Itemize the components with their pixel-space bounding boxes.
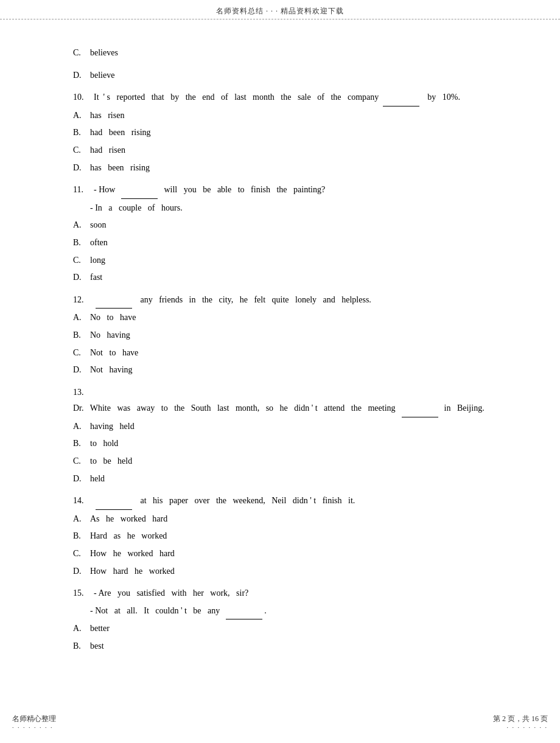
opt-text: How hard he worked: [90, 563, 175, 580]
opt-text: held: [90, 471, 105, 487]
footer-right-label: 第 2 页，共 16 页: [493, 714, 548, 724]
q-text: - How will you be able to finish the pai…: [94, 182, 325, 199]
opt-letter: A.: [73, 621, 90, 637]
question-num: 15.: [73, 585, 90, 602]
main-content: C. believes D. believe 10. It ' s report…: [0, 19, 560, 697]
opt-text: often: [90, 235, 108, 251]
opt-text: better: [90, 621, 110, 637]
opt-text: believes: [90, 45, 118, 61]
page-header: 名师资料总结 · · · 精品资料欢迎下载: [0, 0, 560, 19]
q-text: any friends in the city, he felt quite l…: [94, 292, 371, 309]
blank: [121, 182, 158, 199]
q-text: at his paper over the weekend, Neil didn…: [94, 493, 355, 510]
option-c-believes: C. believes: [73, 45, 487, 61]
opt-text: has been rising: [90, 160, 150, 176]
opt-text: No to have: [90, 310, 136, 326]
opt-text: soon: [90, 217, 106, 234]
option-d-believe: D. believe: [73, 68, 487, 84]
question-num: 11.: [73, 182, 90, 198]
footer-left-dots: · · · · · · · ·: [12, 724, 56, 731]
opt-letter: D.: [73, 471, 90, 487]
blank: [226, 603, 262, 620]
blank: [402, 400, 438, 417]
blank: [96, 292, 132, 309]
opt-letter: A.: [73, 217, 90, 234]
question-11: 11. - How will you be able to finish the…: [73, 182, 487, 286]
opt-letter: B.: [73, 327, 90, 344]
opt-letter: C.: [73, 45, 90, 61]
opt-letter: B.: [73, 528, 90, 545]
opt-letter: A.: [73, 310, 90, 326]
opt-letter: C.: [73, 142, 90, 159]
question-13: 13. Dr. White was away to the South last…: [73, 385, 487, 487]
blank: [383, 89, 419, 106]
opt-letter: B.: [73, 638, 90, 655]
opt-text: fast: [90, 270, 102, 286]
opt-letter: A.: [73, 419, 90, 435]
opt-letter: C.: [73, 253, 90, 269]
header-text: 名师资料总结 · · · 精品资料欢迎下载: [216, 7, 344, 15]
opt-letter: B.: [73, 125, 90, 141]
question-15: 15. - Are you satisfied with her work, s…: [73, 585, 487, 654]
opt-text: How he worked hard: [90, 546, 175, 562]
page-footer: 名师精心整理 · · · · · · · · 第 2 页，共 16 页 · · …: [0, 714, 560, 731]
question-10: 10. It ' s reported that by the end of l…: [73, 89, 487, 176]
q-text: - Are you satisfied with her work, sir?: [94, 585, 248, 602]
opt-letter: C.: [73, 546, 90, 562]
q-sub-text: - Not at all. It couldn ' t be any .: [90, 603, 267, 620]
footer-right: 第 2 页，共 16 页 · · · · · · · ·: [493, 714, 548, 731]
q-text: It ' s reported that by the end of last …: [94, 89, 460, 106]
opt-text: believe: [90, 68, 114, 84]
opt-letter: D.: [73, 362, 90, 378]
opt-letter: B.: [73, 235, 90, 251]
opt-text: to be held: [90, 453, 132, 470]
opt-text: Not having: [90, 362, 133, 378]
opt-letter: D.: [73, 68, 90, 84]
question-14: 14. at his paper over the weekend, Neil …: [73, 493, 487, 579]
question-12: 12. any friends in the city, he felt qui…: [73, 292, 487, 378]
footer-left: 名师精心整理 · · · · · · · ·: [12, 714, 56, 731]
opt-text: best: [90, 638, 104, 655]
opt-letter: D.: [73, 160, 90, 176]
opt-text: Hard as he worked: [90, 528, 167, 545]
opt-letter: C.: [73, 453, 90, 470]
opt-text: to hold: [90, 436, 118, 452]
opt-letter: C.: [73, 345, 90, 361]
opt-text: had risen: [90, 142, 125, 159]
question-num: 12.: [73, 292, 90, 309]
opt-text: No having: [90, 327, 130, 344]
opt-letter: B.: [73, 436, 90, 452]
question-num: 10.: [73, 89, 90, 106]
opt-text: As he worked hard: [90, 511, 167, 528]
opt-letter: A.: [73, 108, 90, 124]
opt-letter: D.: [73, 270, 90, 286]
footer-left-label: 名师精心整理: [12, 714, 56, 724]
opt-text: has risen: [90, 108, 124, 124]
opt-text: long: [90, 253, 105, 269]
opt-text: having held: [90, 419, 135, 435]
opt-text: had been rising: [90, 125, 151, 141]
opt-letter: D.: [73, 563, 90, 580]
question-num: 14.: [73, 493, 90, 509]
opt-letter: A.: [73, 511, 90, 528]
opt-text: Not to have: [90, 345, 138, 361]
q-text: Dr. White was away to the South last mon…: [73, 400, 485, 417]
question-num: 13.: [73, 385, 90, 401]
footer-right-dots: · · · · · · · ·: [507, 724, 548, 731]
q-sub-text: - In a couple of hours.: [90, 200, 183, 217]
blank: [96, 493, 132, 510]
